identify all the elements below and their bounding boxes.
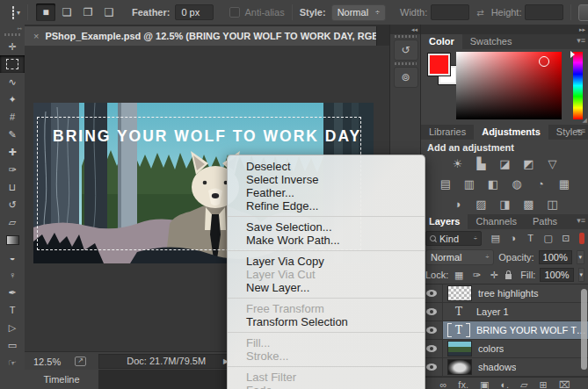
feather-input[interactable]: 0 px xyxy=(175,4,214,20)
panel-grip[interactable] xyxy=(395,62,417,65)
vibrance-icon[interactable]: ▽ xyxy=(545,157,561,170)
menu-item-refine-edge[interactable]: Refine Edge... xyxy=(228,199,425,213)
height-input[interactable] xyxy=(525,4,563,20)
marquee-tool-preset-icon[interactable] xyxy=(12,6,14,19)
brush-tool[interactable]: ✑ xyxy=(0,161,25,178)
collapse-tools-icon[interactable]: ⇿ xyxy=(0,25,25,32)
layer-row-tree-highlights[interactable]: tree highlights xyxy=(421,285,588,303)
zoom-level[interactable]: 12.5% xyxy=(33,357,61,367)
layer-filter-toggle[interactable] xyxy=(579,233,584,244)
brightness-contrast-icon[interactable]: ☀ xyxy=(450,157,466,170)
intersect-selection-button[interactable]: ❑ xyxy=(99,4,119,21)
export-icon[interactable]: ↗ xyxy=(75,357,86,366)
new-layer-icon[interactable]: ⊞ xyxy=(540,378,548,389)
fill-dropdown-icon[interactable]: ▾ xyxy=(578,268,584,282)
spot-healing-brush-tool[interactable]: ✚ xyxy=(0,143,25,161)
layers-scrollbar[interactable] xyxy=(581,289,587,370)
hue-saturation-icon[interactable]: ▤ xyxy=(438,177,454,191)
link-layers-icon[interactable]: ∞ xyxy=(440,378,447,389)
subtract-from-selection-button[interactable]: ❐ xyxy=(78,4,98,21)
move-tool[interactable]: ✛ xyxy=(0,38,25,55)
exposure-icon[interactable]: ◩ xyxy=(521,157,537,170)
type-tool[interactable]: T xyxy=(0,301,25,319)
lasso-tool[interactable]: ∿ xyxy=(0,73,25,90)
filter-type-layers-icon[interactable]: T xyxy=(525,233,537,244)
crop-tool[interactable]: # xyxy=(0,108,25,126)
collapse-dock-icon[interactable]: ◂◂ xyxy=(390,25,421,34)
menu-item-new-layer[interactable]: New Layer... xyxy=(228,281,425,294)
curves-icon[interactable]: ◪ xyxy=(497,157,513,170)
selective-color-icon[interactable]: ◫ xyxy=(545,198,561,211)
threshold-icon[interactable]: ◨ xyxy=(497,198,513,211)
delete-layer-icon[interactable]: ⌧ xyxy=(559,378,570,389)
layer-effects-icon[interactable]: fx. xyxy=(458,378,468,389)
clone-stamp-tool[interactable]: ⊔ xyxy=(0,178,25,196)
blend-mode-dropdown[interactable]: Normal ÷ xyxy=(425,249,494,265)
posterize-icon[interactable]: ▨ xyxy=(474,198,490,211)
levels-icon[interactable]: ▙ xyxy=(474,157,490,170)
layer-main[interactable]: TLayer 1 xyxy=(443,303,588,321)
menu-item-select-inverse[interactable]: Select Inverse xyxy=(228,173,425,186)
filter-shape-layers-icon[interactable]: ▢ xyxy=(542,233,555,244)
invert-icon[interactable]: ◑ xyxy=(450,198,466,211)
add-to-selection-button[interactable]: ❏ xyxy=(57,4,76,21)
tab-channels[interactable]: Channels xyxy=(468,214,524,229)
panel-grip[interactable] xyxy=(4,33,20,36)
menu-item-feather[interactable]: Feather... xyxy=(228,186,425,199)
menu-item-save-selection[interactable]: Save Selection... xyxy=(228,220,425,234)
layer-main[interactable]: TBRING YOUR WOLF TO W... xyxy=(443,321,588,339)
tool-presets-panel-icon[interactable]: ⊚ xyxy=(394,67,418,88)
swap-dimensions-icon[interactable]: ⇄ xyxy=(476,8,483,18)
lock-transparent-pixels-icon[interactable]: ▦ xyxy=(453,270,465,281)
panel-grip[interactable] xyxy=(395,35,417,38)
layer-thumbnail[interactable] xyxy=(447,341,472,357)
layer-thumbnail[interactable]: T xyxy=(447,305,470,319)
rectangular-marquee-tool[interactable] xyxy=(0,55,25,73)
layer-main[interactable]: tree highlights xyxy=(443,285,588,302)
expand-dock-icon[interactable]: ▸▸ xyxy=(421,25,588,34)
layer-main[interactable]: colors xyxy=(443,340,588,357)
refine-edge-button[interactable]: Refine Edge... xyxy=(578,4,588,21)
opacity-dropdown-icon[interactable]: ▾ xyxy=(577,250,584,264)
new-adjustment-layer-icon[interactable]: ◐. xyxy=(500,378,509,389)
kind-filter-dropdown[interactable]: Kind ÷ xyxy=(425,231,482,246)
history-brush-tool[interactable]: ↺ xyxy=(0,196,25,213)
layer-row-shadows[interactable]: shadows xyxy=(421,358,588,377)
add-layer-mask-icon[interactable]: ▣ xyxy=(480,378,489,389)
panel-menu-icon[interactable]: ▾≡ xyxy=(577,216,585,225)
hand-tool[interactable]: ☞ xyxy=(0,354,25,371)
panel-menu-icon[interactable]: ▾≡ xyxy=(577,126,585,135)
layer-row-colors[interactable]: colors xyxy=(421,340,588,358)
width-input[interactable] xyxy=(431,4,469,20)
hue-strip[interactable] xyxy=(573,52,583,119)
pen-tool[interactable]: ✒ xyxy=(0,284,25,301)
layer-thumbnail[interactable]: T xyxy=(447,323,470,337)
tool-preset-caret-icon[interactable]: ▾ xyxy=(17,9,20,17)
new-selection-button[interactable]: ■ xyxy=(36,4,55,21)
quick-selection-tool[interactable]: ✦ xyxy=(0,90,25,108)
layer-thumbnail[interactable] xyxy=(447,285,472,301)
lock-image-pixels-icon[interactable]: ✑ xyxy=(470,270,483,281)
hue-marker-icon[interactable] xyxy=(570,51,575,58)
filter-adjustment-layers-icon[interactable]: ◑ xyxy=(507,233,519,244)
gradient-map-icon[interactable]: ▩ xyxy=(521,198,537,211)
layer-main[interactable]: shadows xyxy=(443,358,588,376)
tab-adjustments[interactable]: Adjustments xyxy=(474,125,548,140)
document-tab[interactable]: × PShop_Example.psd @ 12.5% (BRING YOUR … xyxy=(25,26,377,46)
photo-filter-icon[interactable]: ◍ xyxy=(509,177,525,191)
opacity-value[interactable]: 100% xyxy=(539,250,572,264)
channel-mixer-icon[interactable]: ◔ xyxy=(533,177,548,191)
menu-item-deselect[interactable]: Deselect xyxy=(228,160,425,173)
blur-tool[interactable]: ◒ xyxy=(0,249,25,266)
menu-item-layer-via-copy[interactable]: Layer Via Copy xyxy=(228,255,425,268)
menu-item-make-work-path[interactable]: Make Work Path... xyxy=(228,234,425,247)
fill-value[interactable]: 100% xyxy=(540,268,573,282)
dodge-tool[interactable]: ♀ xyxy=(0,266,25,284)
filter-smart-objects-icon[interactable]: ⊡ xyxy=(560,233,572,244)
history-panel-icon[interactable]: ↺ xyxy=(394,40,418,61)
layer-row-layer-1[interactable]: TLayer 1 xyxy=(421,303,588,321)
new-group-icon[interactable]: ▱ xyxy=(520,378,527,389)
close-tab-icon[interactable]: × xyxy=(33,31,39,41)
tab-layers[interactable]: Layers xyxy=(421,214,468,229)
gradient-tool[interactable] xyxy=(0,231,25,249)
